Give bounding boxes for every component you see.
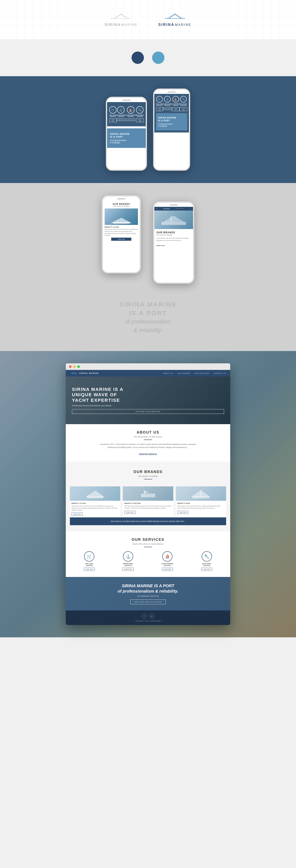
brands-subtitle: the winds of quality (70, 475, 226, 477)
mobile-dark-section: 🛒 SELLINGYACHTS Learn more ⚓ MANAGINGYAC… (0, 76, 296, 183)
ph2-build: 🔧 BUILDINGYACHTS Learn more (179, 96, 187, 111)
ph4-desc: Sirina Marine is all about elite luxury … (156, 237, 191, 242)
phone-services-2: 🛒 SELLINGYACHTS Learn more ⚓ MANAGINGYAC… (153, 89, 190, 171)
ph3-benetti-desc: With yachts from 30 to 42 meters, this c… (105, 228, 138, 237)
svg-rect-7 (141, 494, 155, 497)
building-name-lg: BUILDINGYACHTS (202, 563, 211, 566)
logo-blue-marine: MARINE (175, 23, 191, 27)
ph2-tagline-italic: of professionalism& reliability. (158, 123, 185, 127)
cta-content: SIRINA MARINE IS A PORT of professionali… (74, 583, 222, 604)
nav-about[interactable]: ABOUT US (163, 372, 173, 374)
service-card-building: 🔧 BUILDINGYACHTS Learn more (201, 551, 212, 571)
ph4-nav-home[interactable]: US (156, 208, 157, 210)
nav-contact[interactable]: CONTACT US (214, 372, 226, 374)
brand-img-1 (70, 486, 120, 501)
browser-close-dot[interactable] (69, 365, 71, 368)
hero-subtitle: Professional services that enhance your … (72, 405, 123, 407)
phone-speaker-2 (168, 91, 176, 93)
brand-yacht-3 (190, 489, 211, 499)
browser-minimize-dot[interactable] (73, 365, 76, 368)
browser-mockup: SIRINA MARINE ABOUT US OUR BRANDS OUR SE… (66, 363, 230, 625)
site-hero: SIRINA MARINE IS A UNIQUE WAVE OF YACHT … (66, 376, 230, 424)
selling-learn-lg[interactable]: Learn more (84, 568, 95, 571)
cta-btn[interactable]: Learn more about our services (130, 599, 166, 604)
site-footer: f in COPYRIGHT © 2017 | SIRINA MARINE (66, 611, 230, 625)
selling-name-lg: SELLINGYACHTS (85, 563, 93, 566)
service-selling-sm: 🛒 SELLINGYACHTS Learn more (109, 106, 117, 122)
ph2-tagline: SIRINA MARINEIS A PORT of professionalis… (156, 113, 187, 130)
browser-maximize-dot[interactable] (77, 365, 80, 368)
desktop-section: SIRINA MARINE ABOUT US OUR BRANDS OUR SE… (0, 351, 296, 637)
ph2-build-btn[interactable]: Learn more (179, 107, 187, 111)
swatches-section (0, 39, 296, 76)
managing-label-sm: MANAGINGYACHTS (117, 115, 125, 117)
svg-rect-3 (161, 222, 186, 225)
building-learn-lg[interactable]: Learn more (201, 568, 212, 571)
brand-btn-3[interactable]: Learn more (177, 511, 188, 514)
chartering-icon-sm: ⛵ (127, 106, 135, 114)
mobile-light-section: OUR BRANDS the winds of quality BENETTI … (0, 183, 296, 296)
ph2-manage-btn[interactable]: Learn more (163, 107, 172, 110)
tagline-text-section: SIRINA MARINE IS A PORT of professionali… (0, 296, 296, 351)
managing-learn-lg[interactable]: Learn more (122, 568, 134, 571)
facebook-icon[interactable]: f (142, 614, 147, 619)
services-subtitle: above the deck of expectations (70, 542, 226, 545)
ph2-manage: ⚓ MANAGINGYACHTS Learn more (163, 96, 172, 111)
service-card-chartering: ⛵ CHARTERINGYACHTS Learn more (161, 551, 173, 571)
phone2-services-content: 🛒 SELLINGYACHTS Learn more ⚓ MANAGINGYAC… (154, 94, 189, 132)
site-logo-text: SIRINA MARINE (79, 372, 99, 374)
svg-rect-4 (171, 216, 172, 222)
about-read-more[interactable]: Read more about us (139, 453, 157, 455)
hero-explore-btn[interactable]: Explore our services (72, 409, 224, 414)
ph2-sell-btn[interactable]: Learn more (156, 107, 163, 111)
brand-btn-1[interactable]: Learn more (71, 513, 83, 516)
logo-blue-icon (162, 12, 187, 23)
ph4-nav-contact[interactable]: CO... (189, 208, 191, 210)
phone-tagline-italic: of professionalism& reliability. (110, 139, 143, 144)
brand-name-1: BENETTI CLASS (71, 502, 119, 504)
instagram-icon[interactable]: in (149, 614, 154, 619)
about-subtitle: the barometer of elite luxury (74, 435, 222, 438)
services-title: OUR SERVICES (70, 537, 226, 542)
site-nav-links: ABOUT US OUR BRANDS OUR SERVICES CONTACT… (163, 372, 226, 374)
ph2-sell: 🛒 SELLINGYACHTS Learn more (156, 96, 163, 111)
managing-btn-sm[interactable]: Learn more (117, 119, 125, 121)
managing-name-lg: MANAGINGYACHTS (123, 563, 133, 566)
yacht-svg-2 (159, 214, 188, 226)
ph2-charter-btn[interactable]: Learn more (172, 107, 180, 111)
footer-copyright: COPYRIGHT © 2017 | SIRINA MARINE (135, 620, 161, 622)
nav-services[interactable]: OUR SERVICES (195, 372, 209, 374)
chartering-icon-lg: ⛵ (162, 551, 173, 562)
cta-title: SIRINA MARINE IS A PORT of professionali… (74, 583, 222, 594)
brands-divider (144, 479, 152, 479)
service-card-selling: 🛒 SELLINGYACHTS Learn more (84, 551, 95, 571)
ph3-brands-title: OUR BRANDS (105, 203, 138, 205)
ph4-nav: US OUR BRANDS OUR SERVICES CO... (154, 207, 193, 211)
ph4-nav-brands[interactable]: OUR BRANDS (163, 208, 170, 210)
services-grid: 🛒 SELLINGYACHTS Learn more ⚓ MANAGINGYAC… (70, 551, 226, 571)
building-btn-sm[interactable]: Learn more (136, 119, 144, 122)
ph4-read-more[interactable]: Read more (156, 245, 165, 246)
chartering-btn-sm[interactable]: Learn more (126, 119, 135, 121)
cta-subtitle: Your adventure starts here (74, 595, 222, 597)
brand-card-1: BENETTI CLASS With yachts from 30 to 42 … (70, 486, 120, 517)
nav-brands[interactable]: OUR BRANDS (177, 372, 190, 374)
building-label-sm: BUILDINGYACHTS (136, 115, 144, 117)
site-about: ABOUT US the barometer of elite luxury L… (66, 424, 230, 462)
service-managing-sm: ⚓ MANAGINGYACHTS Learn more (117, 106, 125, 122)
ph2-build-icon: 🔧 (180, 96, 187, 102)
svg-rect-10 (200, 490, 201, 497)
ph4-nav-services[interactable]: OUR SERVICES (176, 208, 183, 210)
brands-stripe: Sirina Marine is all about elite luxury … (70, 517, 226, 525)
ph2-charter-label: CHARTERYACHT (172, 103, 180, 106)
chartering-learn-lg[interactable]: Learn more (162, 568, 173, 571)
phone-brands-right: US OUR BRANDS OUR SERVICES CO... OUR BRA… (153, 202, 194, 284)
selling-label-sm: SELLINGYACHTS (109, 115, 116, 117)
brand-btn-2[interactable]: Learn more (124, 511, 136, 514)
about-text: Launched in 2017, Sirina Marine is docke… (97, 443, 199, 449)
selling-btn-sm[interactable]: Learn more (109, 119, 117, 122)
logo-section: SIRINA MARINE SIRINA MARINE (0, 0, 296, 39)
ph3-learn-btn[interactable]: Learn more (111, 238, 131, 241)
logo-gray-marine: MARINE (121, 23, 138, 27)
ph3-brands-subtitle: the winds of quality (105, 205, 138, 207)
